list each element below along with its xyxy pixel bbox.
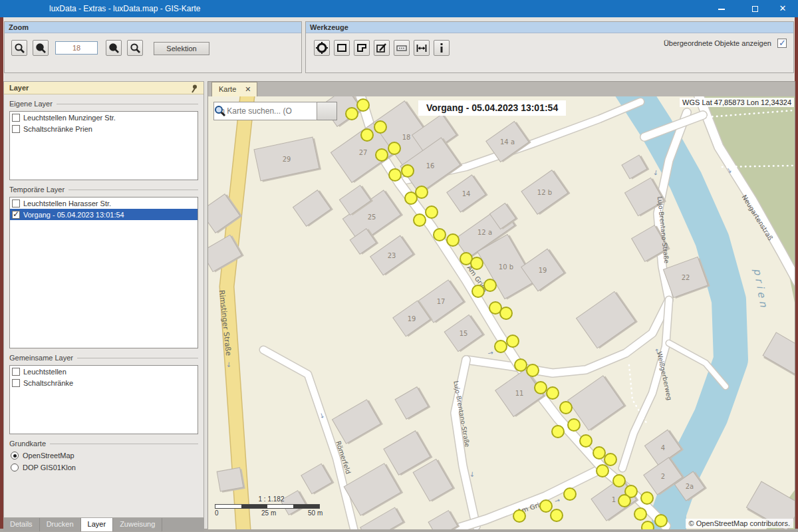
- radio-icon[interactable]: [11, 464, 19, 471]
- light-point-marker[interactable]: [388, 142, 400, 154]
- layer-item-checkbox[interactable]: [12, 379, 20, 387]
- light-point-marker[interactable]: [416, 186, 428, 198]
- light-point-marker[interactable]: [551, 509, 563, 521]
- housenumber-label: 23: [388, 252, 396, 259]
- layer-listbox: LeuchtstellenSchaltschränke: [9, 365, 198, 434]
- light-point-marker[interactable]: [560, 402, 572, 414]
- layer-item[interactable]: Leuchtstellen: [10, 366, 198, 377]
- light-point-marker[interactable]: [357, 99, 369, 111]
- light-point-marker[interactable]: [426, 206, 438, 218]
- housenumber-label: 14 a: [500, 138, 515, 146]
- housenumber-label: 17: [437, 298, 446, 305]
- pin-icon[interactable]: [189, 84, 198, 94]
- light-point-marker[interactable]: [484, 279, 496, 291]
- rect-select-icon: [336, 42, 348, 54]
- layer-item-checkbox[interactable]: [12, 211, 20, 219]
- zoom-out-magnifier-filled-icon: [35, 42, 47, 54]
- bottom-tab-layer[interactable]: Layer: [81, 518, 114, 531]
- light-point-marker[interactable]: [580, 435, 592, 447]
- basemap-option[interactable]: OpenStreetMap: [11, 452, 203, 460]
- light-point-marker[interactable]: [593, 447, 605, 459]
- selektion-button[interactable]: Selektion: [154, 42, 209, 55]
- light-point-marker[interactable]: [564, 488, 576, 500]
- light-point-marker[interactable]: [540, 500, 552, 512]
- map-search-input[interactable]: [213, 102, 317, 120]
- light-point-marker[interactable]: [376, 149, 388, 161]
- application-window: luxData - Extras - luxData.map - GIS-Kar…: [0, 0, 798, 532]
- light-point-marker[interactable]: [507, 335, 519, 347]
- light-point-marker[interactable]: [547, 387, 559, 399]
- layer-item[interactable]: Leuchtstellen Harasser Str.: [10, 198, 198, 209]
- layer-item-checkbox[interactable]: [12, 200, 20, 207]
- light-point-marker[interactable]: [495, 340, 507, 352]
- light-point-marker[interactable]: [500, 307, 512, 319]
- map-search-button[interactable]: [317, 102, 337, 120]
- basemap-option[interactable]: DOP GIS01Klon: [11, 464, 203, 471]
- layer-item[interactable]: Leuchtstellen Munzinger Str.: [10, 112, 198, 123]
- pan-target-button[interactable]: [314, 40, 330, 56]
- light-point-marker[interactable]: [513, 510, 525, 522]
- bottom-tab-zuweisung[interactable]: Zuweisung: [113, 518, 162, 531]
- map-canvas[interactable]: 2927181614 a1412 b12 a252310 b1922171915…: [208, 96, 795, 529]
- layer-panel-header: Layer: [4, 82, 203, 94]
- light-point-marker[interactable]: [346, 108, 358, 120]
- minimize-button[interactable]: [706, 0, 737, 17]
- map-tab-karte[interactable]: Karte ✕: [211, 82, 257, 96]
- zoom-next-button[interactable]: [127, 40, 143, 56]
- layer-item-checkbox[interactable]: [12, 114, 20, 122]
- zoom-panel: Zoom Selektion: [4, 21, 302, 73]
- layer-item[interactable]: Schaltschränke: [10, 377, 198, 388]
- zoom-prev-button[interactable]: [106, 40, 122, 56]
- basemap-group-label: Grundkarte: [4, 440, 203, 448]
- light-point-marker[interactable]: [641, 492, 653, 504]
- light-point-marker[interactable]: [402, 165, 414, 177]
- oneway-arrow-icon: →: [225, 362, 233, 368]
- edit-button[interactable]: [374, 40, 390, 56]
- light-point-marker[interactable]: [568, 419, 580, 431]
- light-point-marker[interactable]: [613, 475, 625, 487]
- light-point-marker[interactable]: [405, 192, 417, 204]
- polygon-select-button[interactable]: [354, 40, 370, 56]
- light-point-marker[interactable]: [472, 285, 484, 297]
- maximize-button[interactable]: [739, 0, 770, 17]
- close-button[interactable]: ✕: [767, 0, 798, 17]
- layer-item[interactable]: Schaltschränke Prien: [10, 123, 198, 134]
- light-point-marker[interactable]: [527, 364, 539, 376]
- layer-item[interactable]: Vorgang - 05.04.2023 13:01:54: [10, 209, 198, 220]
- bottom-tab-details[interactable]: Details: [3, 518, 40, 531]
- map-tab-close-icon[interactable]: ✕: [245, 85, 251, 93]
- zoom-in-button[interactable]: [11, 40, 27, 56]
- light-point-marker[interactable]: [597, 465, 608, 477]
- light-point-marker[interactable]: [535, 382, 547, 394]
- light-point-marker[interactable]: [634, 508, 646, 520]
- light-point-marker[interactable]: [414, 214, 426, 226]
- sidebar-bottom-tabs: DetailsDruckenLayerZuweisung: [3, 518, 204, 531]
- layer-item-checkbox[interactable]: [12, 125, 20, 133]
- rect-select-button[interactable]: [334, 40, 350, 56]
- info-button[interactable]: [434, 40, 450, 56]
- light-point-marker[interactable]: [471, 257, 483, 269]
- light-point-marker[interactable]: [604, 454, 616, 466]
- housenumber-label: 11: [515, 390, 524, 397]
- zoom-out-button[interactable]: [33, 40, 49, 56]
- light-point-marker[interactable]: [642, 521, 654, 529]
- layer-item-checkbox[interactable]: [12, 368, 20, 376]
- light-point-marker[interactable]: [374, 121, 386, 133]
- light-point-marker[interactable]: [361, 129, 373, 141]
- light-point-marker[interactable]: [434, 229, 446, 241]
- bottom-tab-drucken[interactable]: Drucken: [40, 518, 81, 531]
- zoom-level-input[interactable]: [55, 41, 98, 55]
- map-building: [301, 463, 334, 495]
- polygon-select-icon: [356, 42, 368, 54]
- measure-button[interactable]: [414, 40, 430, 56]
- light-point-marker[interactable]: [515, 359, 527, 371]
- light-point-marker[interactable]: [389, 169, 401, 181]
- radio-icon[interactable]: [11, 452, 19, 460]
- light-point-marker[interactable]: [655, 515, 667, 527]
- light-point-marker[interactable]: [552, 426, 564, 438]
- show-parent-objects-checkbox[interactable]: [777, 39, 787, 48]
- light-point-marker[interactable]: [618, 495, 630, 507]
- label-box-button[interactable]: [394, 40, 410, 56]
- map-title-overlay: Vorgang - 05.04.2023 13:01:54: [418, 100, 566, 116]
- light-point-marker[interactable]: [447, 234, 459, 246]
